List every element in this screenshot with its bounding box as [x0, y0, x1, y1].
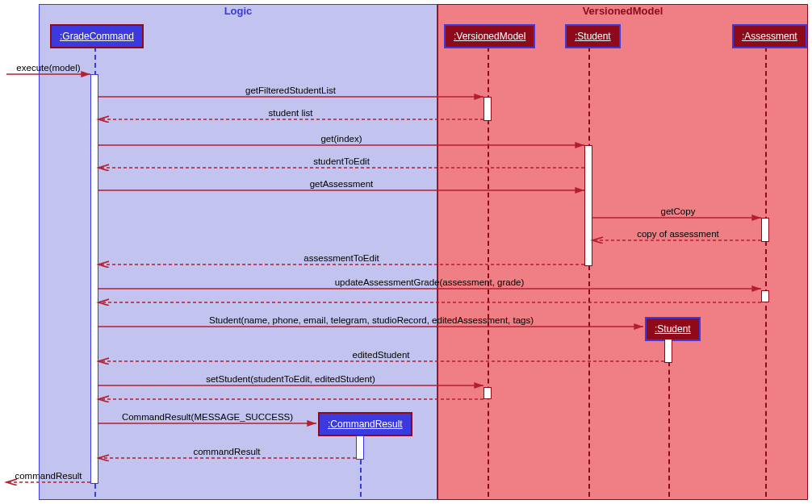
msg-commandresultret: commandResult	[193, 447, 260, 456]
msg-commandresultfinal: commandResult	[15, 471, 82, 481]
msg-studentctor: Student(name, phone, email, telegram, st…	[209, 315, 534, 325]
msg-getcopy: getCopy	[661, 206, 696, 216]
msg-cmdresultctor: CommandResult(MESSAGE_SUCCESS)	[122, 412, 293, 422]
msg-getassessment: getAssessment	[310, 179, 374, 189]
arrows-layer	[0, 0, 812, 504]
sequence-diagram: Logic VersionedModel :GradeCommand :Vers…	[0, 0, 812, 504]
msg-updateassessmentgrade: updateAssessmentGrade(assessment, grade)	[335, 277, 525, 287]
msg-editedstudent: editedStudent	[353, 350, 410, 360]
msg-studenttoedit: studentToEdit	[313, 156, 370, 166]
msg-studentlist: student list	[269, 108, 313, 118]
msg-getfilteredstudentlist: getFilteredStudentList	[245, 85, 336, 95]
msg-execute: execute(model)	[16, 63, 80, 73]
msg-copyofassessment: copy of assessment	[637, 229, 719, 239]
msg-setstudent: setStudent(studentToEdit, editedStudent)	[206, 374, 375, 384]
msg-assessmenttoedit: assessmentToEdit	[303, 253, 379, 263]
msg-getindex: get(index)	[320, 134, 362, 144]
